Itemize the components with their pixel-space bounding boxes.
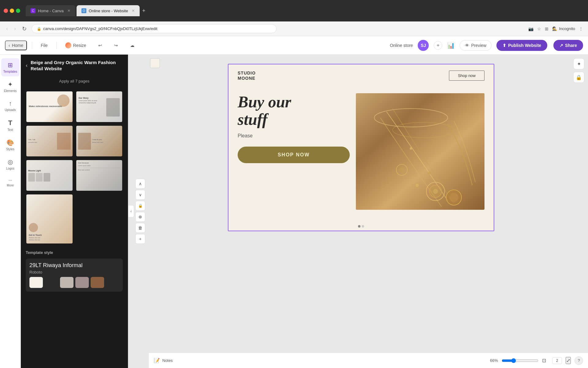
template-thumb-6[interactable]: Just because Lorem ipsum dolor More text… <box>76 159 123 191</box>
template-thumb-5[interactable]: Moone Light <box>26 159 73 191</box>
analytics-icon[interactable]: 📊 <box>447 42 455 49</box>
fit-to-screen-button[interactable]: ⊡ <box>542 358 546 363</box>
save-cloud-button[interactable]: ☁ <box>126 41 138 50</box>
templates-panel: ‹ Beige and Grey Organic Warm Fashion Re… <box>21 55 128 368</box>
share-label: Share <box>565 43 577 48</box>
refresh-button[interactable]: ↻ <box>21 24 28 33</box>
template-grid: Make milestones memorable Our Story Lore… <box>26 91 123 244</box>
elements-icon: ✦ <box>8 81 13 88</box>
sidebar-item-templates[interactable]: ⊞ Templates <box>1 58 20 76</box>
back-to-home-button[interactable]: ‹ Home <box>5 40 27 50</box>
menu-icon[interactable]: ⋮ <box>579 26 583 31</box>
add-collaborator-button[interactable]: + <box>434 41 442 50</box>
shop-now-cta-button[interactable]: SHOP NOW <box>238 147 350 163</box>
template-thumb-7[interactable]: Get in Touch Address line oneAddress lin… <box>26 194 73 244</box>
sidebar: ⊞ Templates ✦ Elements ↑ Uploads T Text … <box>0 55 21 368</box>
canva-tab-close[interactable]: ✕ <box>67 9 70 13</box>
scroll-down-button[interactable]: ∨ <box>135 190 145 200</box>
swatch-3[interactable] <box>60 277 74 288</box>
publish-website-button[interactable]: ⬆ Publish Website <box>496 40 547 51</box>
apply-all-button[interactable]: Apply all 7 pages <box>26 76 123 86</box>
page-indicator: 2 <box>552 357 562 364</box>
help-button[interactable]: ? <box>575 356 583 365</box>
hide-panel-button[interactable]: ‹ <box>128 205 134 217</box>
incognito-badge: 🕵 Incognito <box>552 26 575 31</box>
template-thumb-3[interactable]: I do, I do occasion text <box>26 125 73 157</box>
grid-icon[interactable]: ⊞ <box>545 26 548 31</box>
elements-label: Elements <box>4 89 17 93</box>
canvas-lock-button[interactable]: 🔒 <box>135 201 145 211</box>
template-thumb-1[interactable]: Make milestones memorable <box>26 91 73 123</box>
template-preview-5: Moone Light <box>26 160 73 191</box>
panel-back-button[interactable]: ‹ <box>26 62 28 69</box>
canvas-layers-button[interactable]: ⊗ <box>135 212 145 222</box>
template-preview-1: Make milestones memorable <box>26 91 73 122</box>
incognito-icon: 🕵 <box>552 26 557 31</box>
url-field[interactable]: 🔒 canva.com/design/DAFNVgs2_p0/f4CFnbQjx… <box>32 24 277 33</box>
home-label: Home <box>12 43 23 48</box>
template-thumb-2[interactable]: Our Story Lorem ipsum dolor sit amet con… <box>76 91 123 123</box>
uploads-icon: ↑ <box>9 100 12 107</box>
notes-area: 📝 Notes <box>154 358 173 363</box>
minimize-dot[interactable] <box>10 9 14 13</box>
fullscreen-button[interactable]: ⤢ <box>566 357 571 364</box>
swatch-4[interactable] <box>75 277 89 288</box>
color-swatches <box>29 277 119 288</box>
back-button[interactable]: ‹ <box>5 24 9 33</box>
page-dot-2[interactable] <box>362 225 364 228</box>
canvas-nav: STUDIO MOONE Shop now <box>228 64 494 87</box>
swatch-2[interactable] <box>45 277 58 288</box>
studio-logo: STUDIO MOONE <box>238 71 256 81</box>
preview-button[interactable]: 👁 Preview <box>460 40 492 51</box>
tab-store[interactable]: O Online store - Website ✕ <box>77 5 140 16</box>
canvas-headline: Buy our stuff <box>238 93 350 128</box>
sidebar-item-styles[interactable]: 🎨 Styles <box>1 136 20 154</box>
sidebar-item-elements[interactable]: ✦ Elements <box>1 78 20 96</box>
sidebar-item-logos[interactable]: ◎ Logos <box>1 155 20 173</box>
forward-button[interactable]: › <box>13 24 17 33</box>
incognito-label: Incognito <box>559 26 575 31</box>
canvas-delete-button[interactable]: 🗑 <box>135 223 145 233</box>
template-thumb-4[interactable]: I vow to you forever text here <box>76 125 123 157</box>
star-icon[interactable]: ☆ <box>537 26 541 31</box>
page-dot-1[interactable] <box>358 225 360 228</box>
swatch-5[interactable] <box>91 277 104 288</box>
shop-now-nav-button[interactable]: Shop now <box>449 71 484 81</box>
svg-point-10 <box>415 183 419 187</box>
uploads-label: Uploads <box>5 108 16 112</box>
maximize-dot[interactable] <box>16 9 20 13</box>
shop-now-nav-label: Shop now <box>458 73 476 78</box>
redo-button[interactable]: ↪ <box>111 41 122 50</box>
resize-button[interactable]: Resize <box>62 40 90 50</box>
canvas-lock-right-button[interactable]: 🔒 <box>573 72 584 83</box>
file-button[interactable]: File <box>37 41 51 50</box>
color-picker-swatch[interactable] <box>150 58 160 68</box>
resize-label: Resize <box>73 43 86 48</box>
panel-title: Beige and Grey Organic Warm Fashion Reta… <box>31 59 123 71</box>
canvas-left-content: Buy our stuff Please SHOP NOW <box>238 93 350 210</box>
swatch-1[interactable] <box>29 277 43 288</box>
zoom-slider[interactable] <box>502 358 538 363</box>
design-canvas[interactable]: STUDIO MOONE Shop now Buy our stuff Pl <box>228 64 494 231</box>
scroll-up-button[interactable]: ∧ <box>135 179 145 189</box>
sidebar-item-more[interactable]: ··· More <box>1 174 20 190</box>
share-button[interactable]: ↗ Share <box>553 40 583 51</box>
template-style-section: Template style 29LT Riwaya Informal Robo… <box>26 250 123 292</box>
notes-label[interactable]: Notes <box>162 358 173 363</box>
new-tab-button[interactable]: + <box>142 5 145 16</box>
tab-canva[interactable]: C Home - Canva ✕ <box>26 5 75 16</box>
store-tab-close[interactable]: ✕ <box>132 9 135 13</box>
canvas-scroll-tools: ∧ ∨ 🔒 ⊗ 🗑 + <box>135 179 145 244</box>
text-icon: T <box>8 119 12 127</box>
jewelry-svg <box>356 93 484 210</box>
sidebar-item-uploads[interactable]: ↑ Uploads <box>1 97 20 115</box>
sidebar-item-text[interactable]: T Text <box>1 116 20 135</box>
more-icon: ··· <box>9 178 12 182</box>
url-bar: ‹ › ↻ 🔒 canva.com/design/DAFNVgs2_p0/f4C… <box>0 21 588 36</box>
canvas-add-button[interactable]: + <box>135 234 145 244</box>
close-dot[interactable] <box>4 9 8 13</box>
avatar[interactable]: SJ <box>418 40 429 51</box>
zoom-level-label: 66% <box>490 358 498 363</box>
canvas-magic-button[interactable]: ✦ <box>573 58 584 69</box>
undo-button[interactable]: ↩ <box>95 41 106 50</box>
